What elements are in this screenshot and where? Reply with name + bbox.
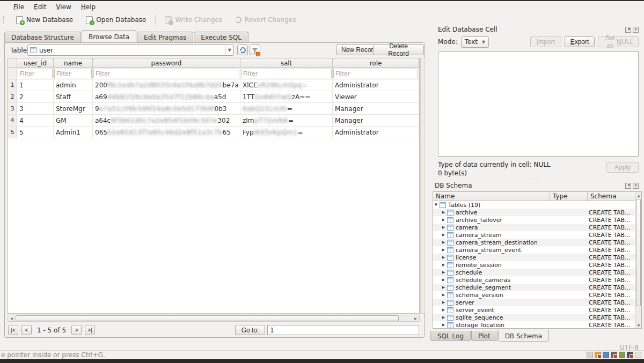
scroll-up-icon[interactable]: ▲ — [635, 192, 642, 198]
menu-view[interactable]: View — [51, 2, 76, 12]
dock-float-icon[interactable] — [625, 27, 631, 33]
cell-role[interactable]: Administrator — [333, 127, 419, 138]
scroll-down-icon[interactable]: ▼ — [635, 322, 642, 328]
cell-salt[interactable]: zImpT72sVbK= — [240, 115, 333, 127]
cell-user-id[interactable]: 4 — [17, 115, 54, 127]
prev-record-button[interactable]: < — [21, 325, 32, 335]
filter-input-user-id[interactable] — [18, 69, 53, 78]
mode-dropdown[interactable]: Text ▼ — [461, 36, 489, 48]
expand-icon[interactable]: ▶ — [441, 278, 447, 282]
cell-editor-textarea[interactable] — [438, 51, 639, 157]
cell-user-id[interactable]: 2 — [17, 91, 54, 103]
cell-password[interactable]: 9e7a51c09b3d6f24a8c0e5d173b9f0b3 — [93, 103, 240, 115]
open-database-button[interactable]: › Open Database — [82, 15, 150, 25]
last-record-button[interactable]: >| — [85, 325, 95, 335]
tab-edit-pragmas[interactable]: Edit Pragmas — [137, 32, 193, 42]
cell-salt[interactable]: 1TTGn84hYwQzA== — [240, 91, 333, 103]
schema-table-row[interactable]: ▶ server_event CREATE TAB… — [433, 306, 641, 314]
expand-icon[interactable]: ▶ — [441, 300, 447, 305]
cell-name[interactable]: Staff — [54, 91, 93, 103]
delete-record-button[interactable]: Delete Record — [373, 45, 424, 55]
scroll-right-icon[interactable]: ▶ — [412, 315, 419, 321]
column-header-name[interactable]: name — [54, 58, 93, 68]
tray-icon-clipboard[interactable] — [635, 352, 641, 358]
table-row[interactable]: 2 2 Staff a69d4b81f26c9e0a35d7f12b86c4aa… — [8, 91, 419, 103]
new-database-button[interactable]: + New Database — [12, 15, 77, 25]
expand-icon[interactable]: ▶ — [441, 248, 447, 252]
schema-table-row[interactable]: ▶ license CREATE TAB… — [433, 254, 641, 261]
cell-user-id[interactable]: 1 — [17, 79, 54, 91]
schema-tables-root[interactable]: ▼ Tables (19) — [433, 201, 641, 209]
cell-role[interactable]: Administrator — [333, 79, 419, 91]
cell-role[interactable]: Manager — [333, 115, 419, 127]
schema-table-row[interactable]: ▶ camera_stream_event CREATE TAB… — [433, 246, 641, 254]
tab-database-structure[interactable]: Database Structure — [4, 32, 81, 42]
tray-icon-chip[interactable] — [619, 352, 625, 358]
schema-vertical-scrollbar[interactable]: ▲ ▼ — [635, 192, 641, 328]
collapse-icon[interactable]: ▼ — [433, 203, 439, 207]
expand-icon[interactable]: ▶ — [441, 240, 447, 245]
dock-splitter-handle[interactable]: ····· — [515, 176, 553, 182]
schema-table-row[interactable]: ▶ archive_failover CREATE TAB… — [433, 216, 641, 224]
menu-edit[interactable]: Edit — [29, 2, 51, 12]
schema-table-row[interactable]: ▶ storage_location CREATE TAB… — [433, 321, 641, 329]
tab-sql-log[interactable]: SQL Log — [430, 331, 471, 341]
column-header-user-id[interactable]: user_id — [17, 58, 54, 68]
table-row[interactable]: 1 1 admin 200f9c1e4b7a2d8035c6e1f4a9b7d2… — [8, 79, 419, 91]
expand-icon[interactable]: ▶ — [441, 315, 447, 320]
cell-name[interactable]: Admin1 — [54, 127, 93, 138]
filter-input-password[interactable] — [93, 69, 239, 78]
goto-input[interactable] — [267, 325, 419, 335]
tray-icon-tool[interactable] — [603, 352, 609, 358]
table-vertical-scrollbar[interactable] — [420, 58, 425, 314]
export-button[interactable]: Export — [565, 36, 595, 47]
schema-table-row[interactable]: ▶ camera CREATE TAB… — [433, 224, 641, 231]
tab-execute-sql[interactable]: Execute SQL — [194, 32, 248, 42]
cell-user-id[interactable]: 5 — [17, 127, 54, 138]
schema-table-row[interactable]: ▶ sqlite_sequence CREATE TAB… — [433, 314, 641, 321]
menu-file[interactable]: File — [9, 2, 29, 12]
column-header-role[interactable]: role — [333, 58, 419, 68]
table-horizontal-scrollbar[interactable]: ◀ ▶ — [8, 315, 420, 322]
schema-table-row[interactable]: ▶ remote_session CREATE TAB… — [433, 261, 641, 269]
schema-table-row[interactable]: ▶ archive CREATE TAB… — [433, 209, 641, 216]
table-row[interactable]: 3 3 StoreMgr 9e7a51c09b3d6f24a8c0e5d173b… — [8, 103, 419, 115]
filter-input-salt[interactable] — [241, 69, 332, 78]
cell-name[interactable]: GM — [54, 115, 93, 127]
tray-icon-monitor[interactable] — [627, 352, 633, 358]
expand-icon[interactable]: ▶ — [441, 218, 447, 222]
schema-table-row[interactable]: ▶ camera_stream_destination CREATE TAB… — [433, 239, 641, 246]
vscroll-thumb[interactable] — [636, 199, 641, 306]
table-combobox[interactable]: user ▼ — [27, 45, 234, 56]
tray-icon-database[interactable] — [595, 352, 601, 358]
schema-col-schema[interactable]: Schema — [588, 192, 641, 201]
tab-plot[interactable]: Plot — [471, 331, 497, 341]
cell-salt[interactable]: XlCEvR29kLm0pq= — [240, 79, 333, 91]
cell-role[interactable]: Viewer — [333, 91, 419, 103]
schema-col-type[interactable]: Type — [550, 192, 588, 201]
clear-filters-button[interactable] — [250, 45, 260, 55]
refresh-button[interactable] — [237, 45, 248, 55]
schema-col-name[interactable]: Name — [433, 192, 550, 201]
schema-table-row[interactable]: ▶ schedule CREATE TAB… — [433, 269, 641, 276]
tab-db-schema[interactable]: DB Schema — [498, 330, 550, 342]
tray-icon-disk[interactable] — [611, 352, 617, 358]
menu-help[interactable]: Help — [76, 2, 100, 12]
schema-table-row[interactable]: ▶ camera_stream CREATE TAB… — [433, 231, 641, 239]
dock-float-icon[interactable] — [625, 183, 631, 189]
expand-icon[interactable]: ▶ — [441, 285, 447, 290]
toolbar-drag-handle[interactable] — [2, 16, 5, 24]
schema-table-row[interactable]: ▶ schedule_cameras CREATE TAB… — [433, 276, 641, 284]
cell-password[interactable]: 200f9c1e4b7a2d8035c6e1f4a9b7d20be7a — [93, 79, 240, 91]
table-row[interactable]: 5 5 Admin1 065b2e85d13f7a90c46d2e8f51a3c… — [8, 127, 419, 138]
cell-user-id[interactable]: 3 — [17, 103, 54, 115]
next-record-button[interactable]: > — [71, 325, 82, 335]
schema-table-row[interactable]: ▶ schema_version CREATE TAB… — [433, 291, 641, 299]
expand-icon[interactable]: ▶ — [441, 210, 447, 214]
goto-button[interactable]: Go to: — [235, 325, 265, 335]
dock-close-icon[interactable]: × — [633, 27, 639, 33]
first-record-button[interactable]: |< — [8, 325, 18, 335]
expand-icon[interactable]: ▶ — [441, 233, 447, 237]
expand-icon[interactable]: ▶ — [441, 293, 447, 297]
tab-browse-data[interactable]: Browse Data — [82, 30, 136, 42]
